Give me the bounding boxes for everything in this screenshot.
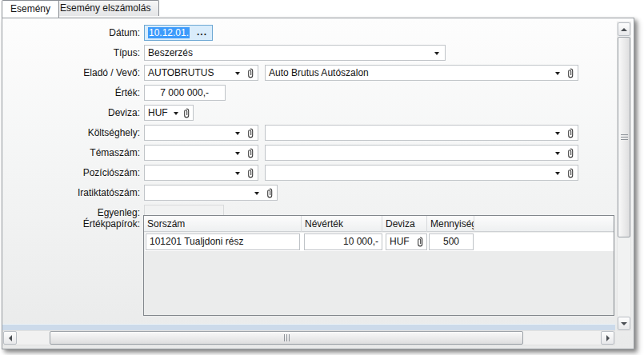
chevron-down-icon[interactable]: [555, 72, 560, 75]
thumb-grip: [621, 139, 628, 140]
cell-sorszam[interactable]: 101201 Tualjdoni rész: [146, 233, 300, 250]
label-deviza: Deviza:: [2, 105, 140, 121]
label-koltseghely: Költséghely:: [2, 125, 140, 141]
elado-vevo-code-value: AUTOBRUTUS: [148, 67, 214, 78]
koltseghely-name-combobox[interactable]: [265, 125, 578, 141]
tipus-value: Beszerzés: [148, 47, 193, 58]
paperclip-icon[interactable]: [246, 68, 254, 78]
chevron-down-icon[interactable]: [555, 172, 560, 175]
vertical-scrollbar-thumb[interactable]: [618, 37, 630, 237]
vertical-scrollbar[interactable]: [617, 22, 631, 331]
koltseghely-code-combobox[interactable]: [144, 125, 258, 141]
grid-header-nevertek[interactable]: Névérték: [302, 216, 382, 232]
datum-value: 10.12.01.: [148, 27, 190, 38]
thumb-grip: [286, 334, 287, 341]
cell-mennyiseg[interactable]: 500: [429, 233, 474, 250]
iratiktatoszam-combobox[interactable]: [144, 185, 278, 201]
cell-nevertek[interactable]: 10 000,-: [304, 233, 382, 250]
event-window: Esemény Esemény elszámolás Dátum: 10.12.…: [2, 0, 635, 349]
paperclip-icon[interactable]: [416, 237, 424, 247]
scroll-left-button[interactable]: [3, 331, 17, 345]
ertek-value: 7 000 000,-: [160, 87, 209, 98]
paperclip-icon[interactable]: [266, 188, 274, 198]
pozicioszam-name-combobox[interactable]: [265, 165, 578, 181]
grid-header-deviza[interactable]: Deviza: [382, 216, 427, 232]
label-elado-vevo: Eladó / Vevő:: [2, 65, 140, 81]
datum-field[interactable]: 10.12.01. ...: [144, 25, 213, 41]
paperclip-icon[interactable]: [566, 148, 574, 158]
paperclip-icon[interactable]: [246, 148, 254, 158]
paperclip-icon[interactable]: [566, 128, 574, 138]
ertek-field[interactable]: 7 000 000,-: [144, 85, 226, 101]
thumb-grip: [621, 137, 628, 138]
chevron-down-icon[interactable]: [174, 112, 178, 115]
paperclip-icon[interactable]: [566, 168, 574, 178]
elado-vevo-name-value: Auto Brutus Autószalon: [269, 67, 369, 78]
temaszam-code-combobox[interactable]: [144, 145, 258, 161]
label-datum: Dátum:: [2, 25, 140, 41]
date-picker-ellipsis-button[interactable]: ...: [197, 25, 207, 39]
horizontal-scrollbar[interactable]: [2, 330, 615, 345]
scroll-up-icon: [621, 28, 627, 31]
cell-deviza[interactable]: HUF: [386, 233, 427, 250]
chevron-down-icon[interactable]: [434, 52, 439, 55]
scroll-up-button[interactable]: [618, 22, 630, 36]
label-ertek: Érték:: [2, 85, 140, 101]
paperclip-icon[interactable]: [566, 68, 574, 78]
thumb-grip: [284, 334, 285, 341]
chevron-down-icon[interactable]: [235, 152, 240, 155]
paperclip-icon[interactable]: [182, 108, 190, 118]
chevron-down-icon[interactable]: [235, 72, 240, 75]
deviza-combobox[interactable]: HUF: [144, 105, 194, 121]
thumb-grip: [289, 334, 290, 341]
chevron-down-icon[interactable]: [254, 192, 259, 195]
grid-header-row: Sorszám Névérték Deviza Mennyiség: [144, 216, 614, 232]
scroll-left-icon: [9, 335, 12, 341]
thumb-grip: [621, 134, 628, 135]
label-temaszam: Témaszám:: [2, 145, 140, 161]
grid-header-filler: [474, 216, 614, 232]
chevron-down-icon[interactable]: [555, 132, 560, 135]
tab-esemeny[interactable]: Esemény: [2, 0, 59, 18]
grid-header-sorszam[interactable]: Sorszám: [144, 216, 302, 232]
chevron-down-icon[interactable]: [235, 172, 240, 175]
paperclip-icon[interactable]: [246, 168, 254, 178]
scroll-down-icon: [621, 322, 627, 325]
tab-esemeny-elszamolas[interactable]: Esemény elszámolás: [51, 0, 159, 16]
grid-header-mennyiseg[interactable]: Mennyiség: [427, 216, 474, 232]
label-pozicioszam: Pozíciószám:: [2, 165, 140, 181]
cell-deviza-value: HUF: [390, 236, 410, 247]
ertekpapirok-grid: Sorszám Névérték Deviza Mennyiség 101201…: [143, 215, 614, 316]
chevron-down-icon[interactable]: [235, 132, 240, 135]
splitter-strip: [2, 324, 615, 330]
scroll-right-button[interactable]: [601, 331, 614, 345]
deviza-value: HUF: [148, 107, 168, 118]
label-tipus: Típus:: [2, 45, 140, 61]
elado-vevo-name-combobox[interactable]: Auto Brutus Autószalon: [265, 65, 578, 81]
scroll-down-button[interactable]: [618, 317, 630, 330]
label-iratiktatoszam: Iratiktatószám:: [2, 185, 140, 201]
tipus-combobox[interactable]: Beszerzés: [144, 45, 446, 61]
pozicioszam-code-combobox[interactable]: [144, 165, 258, 181]
temaszam-name-combobox[interactable]: [265, 145, 578, 161]
horizontal-scrollbar-thumb[interactable]: [50, 331, 523, 345]
scroll-right-icon: [606, 335, 610, 341]
label-ertekpapirok: Értékpapírok:: [2, 216, 140, 232]
chevron-down-icon[interactable]: [555, 152, 560, 155]
paperclip-icon[interactable]: [246, 128, 254, 138]
elado-vevo-code-combobox[interactable]: AUTOBRUTUS: [144, 65, 258, 81]
